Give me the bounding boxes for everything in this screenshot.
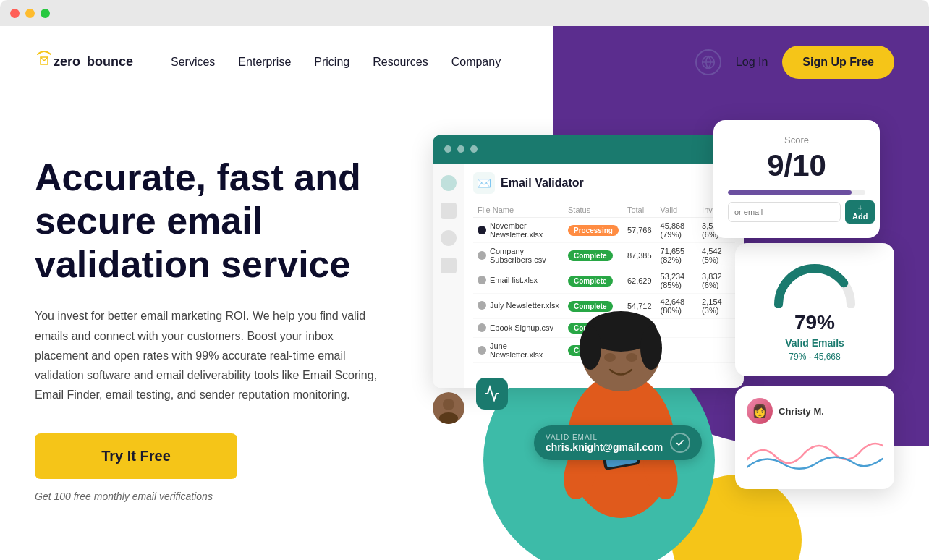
score-card: Score 9/10 + Add [713,120,880,238]
cell-filename: November Newsletter.xlsx [473,218,564,243]
page: zero bounce Services Enterprise Pricing … [0,26,929,560]
col-valid: Valid [656,203,698,218]
login-link[interactable]: Log In [736,56,768,69]
user-avatar-dashboard [433,392,465,424]
checkmark-icon [675,438,685,448]
hero-section: Accurate, fast and secure email validati… [0,98,929,560]
table-row: November Newsletter.xlsx Processing 57,7… [473,218,735,243]
svg-point-15 [443,399,454,410]
user-avatar-svg [433,392,465,424]
valid-emails-card: 79% Valid Emails 79% - 45,668 [735,243,894,376]
close-dot[interactable] [10,9,20,18]
person-name: Christy M. [779,406,824,417]
valid-emails-label: Valid Emails [750,337,880,349]
score-label: Score [728,135,865,145]
gauge-chart [771,258,858,308]
col-status: Status [564,203,623,218]
svg-point-6 [580,326,601,370]
fullscreen-dot[interactable] [41,9,50,18]
nav-enterprise[interactable]: Enterprise [238,56,291,69]
valid-badge-label: VALID EMAIL [546,433,663,441]
svg-text:bounce: bounce [87,54,133,69]
score-value: 9/10 [728,148,865,183]
window-chrome [0,0,929,26]
signup-button[interactable]: Sign Up Free [782,46,894,79]
nav-pricing[interactable]: Pricing [314,56,349,69]
cell-valid: 45,868 (79%) [656,218,698,243]
nav-actions: Log In Sign Up Free [695,46,894,79]
language-icon[interactable] [695,49,721,75]
minimize-dot[interactable] [25,9,35,18]
valid-badge-email: chris.knight@gmail.com [546,441,663,453]
email-validator-icon: ✉️ [473,172,495,194]
sidebar-icon-4 [441,258,457,273]
sidebar-icon-1 [441,175,457,191]
hero-left: Accurate, fast and secure email validati… [35,113,411,547]
dash-dot-3 [470,145,478,153]
activity-icon [483,385,501,402]
score-input-row: + Add [728,200,865,224]
valid-badge-text: VALID EMAIL chris.knight@gmail.com [546,433,663,453]
logo-svg: zero bounce [35,44,136,80]
navbar: zero bounce Services Enterprise Pricing … [0,26,929,98]
cell-status: Processing [564,218,623,243]
svg-point-9 [626,353,637,362]
try-free-button[interactable]: Try It Free [35,433,237,479]
nav-resources[interactable]: Resources [373,56,428,69]
free-note: Get 100 free monthly email verifications [35,491,411,502]
hero-description: You invest for better email marketing RO… [35,306,382,404]
logo[interactable]: zero bounce [35,44,136,80]
score-bar [728,190,865,195]
gauge-percent: 79% [750,311,880,334]
valid-emails-sub: 79% - 45,668 [750,352,880,362]
nav-services[interactable]: Services [171,56,215,69]
sidebar-icon-3 [441,230,457,246]
col-total: Total [623,203,656,218]
activity-badge [476,378,508,410]
svg-point-7 [640,326,662,370]
svg-point-16 [439,412,458,424]
sidebar-icon-2 [441,203,457,219]
dash-dot-1 [444,145,451,153]
email-input[interactable] [728,202,841,222]
hero-title: Accurate, fast and secure email validati… [35,156,411,286]
nav-company[interactable]: Company [451,56,501,69]
email-validator-header: ✉️ Email Validator [473,172,735,194]
person-illustration [534,265,708,547]
valid-email-badge: VALID EMAIL chris.knight@gmail.com [534,425,702,460]
nav-links: Services Enterprise Pricing Resources Co… [171,56,695,69]
check-circle-icon [670,433,690,453]
dashboard-header [433,135,744,164]
wave-chart-svg [747,431,883,475]
svg-text:zero: zero [54,54,80,69]
person-avatar: 👩 [747,398,773,424]
wave-chart-card: 👩 Christy M. [735,386,894,489]
dashboard-sidebar-icons [433,164,465,388]
hero-right: ✉️ Email Validator File Name Status Tota… [411,113,894,547]
add-button[interactable]: + Add [845,200,875,224]
col-filename: File Name [473,203,564,218]
person-svg [541,279,700,547]
wave-person-row: 👩 Christy M. [747,398,883,424]
dash-dot-2 [457,145,465,153]
cell-total: 57,766 [623,218,656,243]
score-bar-fill [728,190,852,195]
svg-point-8 [604,353,616,362]
email-validator-title: Email Validator [501,177,584,190]
